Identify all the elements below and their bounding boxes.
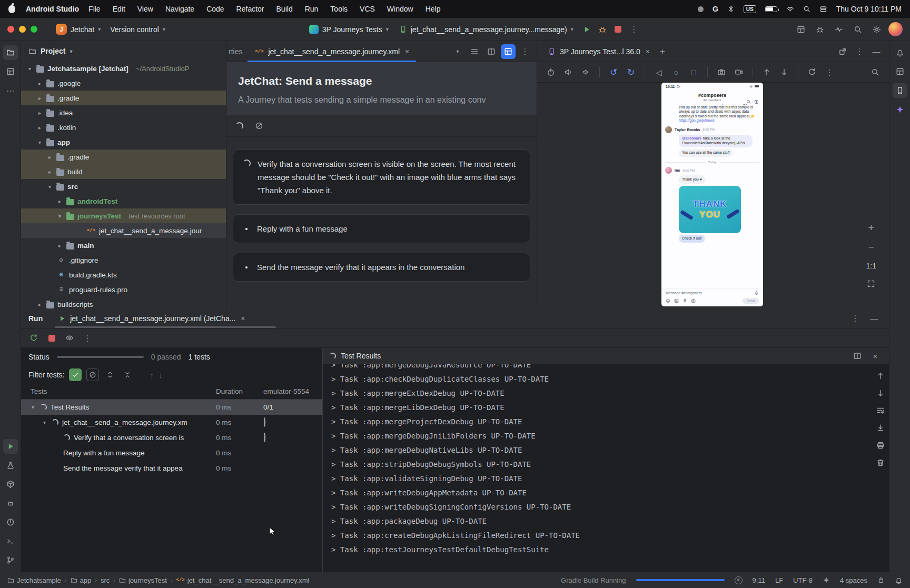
profiler-button[interactable] bbox=[832, 22, 846, 37]
open-in-window-button[interactable] bbox=[835, 44, 850, 59]
notifications-button[interactable] bbox=[893, 45, 907, 60]
hide-panel-button[interactable]: — bbox=[869, 44, 884, 59]
code-view-button[interactable] bbox=[467, 44, 482, 59]
show-ignored-toggle[interactable] bbox=[86, 368, 99, 381]
breadcrumb-item[interactable]: </>jet_chat__send_a_message.journey.xml bbox=[176, 576, 310, 584]
menu-code[interactable]: Code bbox=[206, 5, 224, 13]
menu-build[interactable]: Build bbox=[276, 5, 293, 13]
google-icon[interactable]: G bbox=[713, 5, 718, 13]
gemini-button[interactable] bbox=[893, 102, 907, 117]
tree-item--google[interactable]: ▸.google bbox=[21, 76, 226, 91]
run-toolwindow-button[interactable] bbox=[3, 439, 18, 454]
logcat-toolwindow-button[interactable] bbox=[3, 496, 18, 511]
previous-failed-button[interactable]: ↑ bbox=[150, 371, 154, 380]
tree-item-androidtest[interactable]: ▸androidTest bbox=[21, 194, 226, 208]
project-panel-header[interactable]: Project ▾ bbox=[21, 41, 226, 61]
services-toolwindow-button[interactable] bbox=[3, 458, 18, 473]
screenshot-button[interactable] bbox=[714, 65, 729, 79]
menubar-clock[interactable]: Thu Oct 9 10:11 PM bbox=[836, 5, 902, 13]
keyboard-layout-indicator[interactable]: US bbox=[744, 5, 756, 13]
bluetooth-icon[interactable] bbox=[727, 5, 735, 13]
tree-item-src[interactable]: ▾src bbox=[21, 179, 226, 194]
jump-to-bottom-icon[interactable] bbox=[754, 99, 759, 104]
rotate-right-button[interactable]: ↻ bbox=[624, 65, 638, 79]
volume-down-button[interactable] bbox=[578, 65, 593, 79]
tree-chevron-icon[interactable]: ▸ bbox=[46, 154, 53, 160]
journey-step-card[interactable]: •Reply with a fun message bbox=[233, 214, 530, 243]
expand-all-button[interactable] bbox=[104, 368, 116, 381]
attach-image-icon[interactable] bbox=[674, 298, 679, 303]
notifications-icon[interactable] bbox=[895, 576, 903, 584]
tree-chevron-icon[interactable]: ▾ bbox=[56, 213, 63, 219]
test-row[interactable]: Verify that a conversation screen is0 ms bbox=[21, 430, 322, 445]
version-control-toolwindow-button[interactable] bbox=[3, 553, 18, 567]
stop-process-button[interactable] bbox=[44, 331, 59, 345]
tree-chevron-icon[interactable]: ▸ bbox=[56, 243, 63, 248]
sender-avatar[interactable] bbox=[665, 126, 672, 133]
android-back-button[interactable]: ◁ bbox=[651, 65, 666, 79]
scroll-to-end-button[interactable] bbox=[876, 424, 885, 432]
scroll-to-bottom-button[interactable] bbox=[876, 389, 885, 397]
journey-step-card[interactable]: •Send the message verify that it appears… bbox=[233, 253, 530, 282]
spotlight-search-icon[interactable] bbox=[803, 5, 810, 13]
apple-menu-icon[interactable] bbox=[8, 5, 15, 13]
breadcrumb-item[interactable]: Jetchatsample bbox=[7, 576, 61, 584]
tree-item-buildscripts[interactable]: ▸buildscripts bbox=[21, 297, 226, 308]
device-selector[interactable]: jet_chat__send_a_message.journey...messa… bbox=[394, 23, 578, 36]
breadcrumb-item[interactable]: app bbox=[71, 576, 92, 584]
lock-icon[interactable] bbox=[877, 576, 885, 584]
test-row[interactable]: Reply with a fun message0 ms bbox=[21, 445, 322, 461]
cancel-build-button[interactable]: ✕ bbox=[735, 576, 743, 584]
vcs-widget[interactable]: Version control ▾ bbox=[105, 23, 170, 36]
tree-chevron-icon[interactable]: ▸ bbox=[56, 198, 63, 204]
device-power-button[interactable] bbox=[543, 65, 558, 79]
terminal-toolwindow-button[interactable] bbox=[3, 534, 18, 549]
chat-search-icon[interactable] bbox=[746, 99, 751, 104]
device-tab[interactable]: 3P Journeys Test...l 36.0 × bbox=[542, 41, 655, 62]
clear-console-button[interactable] bbox=[876, 459, 885, 467]
menubar-app-name[interactable]: Android Studio bbox=[26, 5, 79, 13]
indent-setting[interactable]: 4 spaces bbox=[840, 576, 867, 584]
tree-chevron-icon[interactable]: ▸ bbox=[36, 110, 43, 116]
stop-button[interactable] bbox=[611, 22, 626, 37]
zoom-to-fit-button[interactable] bbox=[867, 280, 875, 288]
tree-item-app[interactable]: ▾app bbox=[21, 135, 226, 150]
volume-up-button[interactable] bbox=[561, 65, 576, 79]
console-layout-button[interactable] bbox=[850, 348, 865, 363]
tree-item-build[interactable]: ▸build bbox=[21, 164, 226, 179]
hide-run-panel-button[interactable]: — bbox=[867, 311, 882, 326]
menu-file[interactable]: File bbox=[88, 5, 101, 13]
tree-item--gitignore[interactable]: ⊘.gitignore bbox=[21, 253, 226, 267]
print-button[interactable] bbox=[876, 441, 885, 450]
chat-messages[interactable]: looked at the JetNews sample? Most blog … bbox=[661, 104, 763, 288]
settings-button[interactable] bbox=[869, 22, 884, 37]
tree-item--idea[interactable]: ▸.idea bbox=[21, 105, 226, 120]
close-window-button[interactable] bbox=[7, 26, 14, 33]
zoom-out-button[interactable]: − bbox=[868, 242, 874, 252]
collapse-all-button[interactable] bbox=[121, 368, 134, 381]
push-file-button[interactable] bbox=[759, 65, 774, 79]
device-manager-button[interactable] bbox=[794, 22, 808, 37]
device-panel-more-button[interactable]: ⋮ bbox=[852, 44, 867, 59]
restart-device-button[interactable] bbox=[805, 65, 819, 79]
run-button[interactable] bbox=[579, 22, 594, 37]
project-widget[interactable]: J Jetchat ▾ bbox=[51, 22, 105, 37]
tree-chevron-icon[interactable]: ▾ bbox=[46, 184, 53, 190]
breadcrumb-item[interactable]: journeysTest bbox=[119, 576, 167, 584]
tree-chevron-icon[interactable]: ▸ bbox=[36, 125, 43, 131]
tree-item-jetchatsample-jetchat-[interactable]: ▾Jetchatsample [Jetchat]~/AndroidStudioP bbox=[21, 61, 226, 76]
breadcrumb-item[interactable]: src bbox=[101, 576, 110, 584]
design-view-button[interactable] bbox=[501, 44, 516, 59]
emoji-icon[interactable] bbox=[666, 298, 670, 303]
menu-vcs[interactable]: VCS bbox=[360, 5, 375, 13]
watch-options-button[interactable] bbox=[62, 331, 77, 345]
screen-record-button[interactable] bbox=[731, 65, 746, 79]
editor-tab-active[interactable]: </> jet_chat__send_a_message.journey.xml… bbox=[248, 41, 416, 62]
running-devices-button[interactable] bbox=[893, 83, 907, 98]
tree-item--gradle[interactable]: ▸.gradle bbox=[21, 150, 226, 164]
device-explorer-button[interactable] bbox=[893, 64, 907, 79]
zoom-in-button[interactable]: + bbox=[868, 223, 874, 233]
chat-bubble[interactable]: Check it out! bbox=[679, 235, 705, 243]
test-row[interactable]: ▾Test Results0 ms0/1 bbox=[21, 400, 322, 415]
console-output[interactable]: > Task :app:mergeDebugJavaResource UP-TO… bbox=[323, 364, 865, 572]
